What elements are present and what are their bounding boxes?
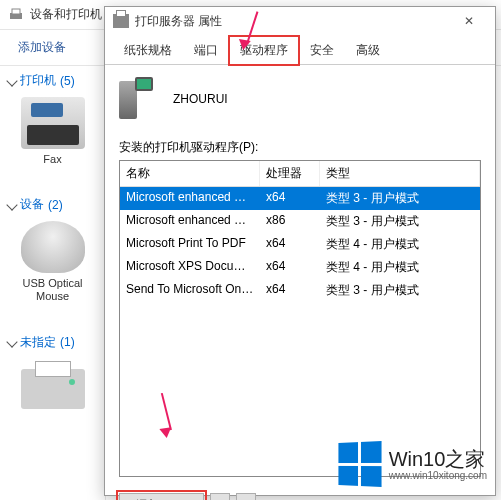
tab-drivers[interactable]: 驱动程序 [229, 36, 299, 65]
explorer-title: 设备和打印机 [30, 6, 102, 23]
printer-icon [8, 7, 24, 23]
dialog-tabs: 纸张规格 端口 驱动程序 安全 高级 [105, 35, 495, 65]
group-devices-header[interactable]: 设备 (2) [8, 196, 97, 213]
group-printers-label: 打印机 [20, 72, 56, 89]
group-printers-count: (5) [60, 74, 75, 88]
device-label: USB Optical Mouse [12, 277, 93, 303]
tab-paper[interactable]: 纸张规格 [113, 36, 183, 65]
group-devices-label: 设备 [20, 196, 44, 213]
group-unspecified-label: 未指定 [20, 334, 56, 351]
group-unspecified-count: (1) [60, 335, 75, 349]
printer-icon [113, 14, 129, 28]
chevron-down-icon [6, 336, 17, 347]
col-type[interactable]: 类型 [320, 161, 480, 186]
fax-icon [21, 97, 85, 149]
close-button[interactable]: ✕ [451, 9, 487, 33]
device-item-fax[interactable]: Fax [12, 97, 93, 166]
driver-table-row[interactable]: Microsoft enhanced Poi...x86类型 3 - 用户模式 [120, 210, 480, 233]
server-icon [119, 77, 153, 121]
add-device-button[interactable]: 添加设备 [10, 35, 74, 60]
mouse-icon [21, 221, 85, 273]
driver-table-header: 名称 处理器 类型 [120, 161, 480, 187]
group-printers-header[interactable]: 打印机 (5) [8, 72, 97, 89]
chevron-down-icon [6, 199, 17, 210]
watermark-url: www.win10xitong.com [389, 470, 487, 481]
driver-table: 名称 处理器 类型 Microsoft enhanced Poi...x64类型… [119, 160, 481, 477]
col-name[interactable]: 名称 [120, 161, 260, 186]
server-name: ZHOURUI [173, 92, 228, 106]
tab-security[interactable]: 安全 [299, 36, 345, 65]
dialog-footer: 添加(D)... [105, 485, 495, 500]
windows-logo-icon [338, 441, 381, 487]
add-driver-button[interactable]: 添加(D)... [119, 493, 204, 500]
watermark: Win10之家 www.win10xitong.com [337, 442, 487, 486]
print-server-properties-dialog: 打印服务器 属性 ✕ 纸张规格 端口 驱动程序 安全 高级 ZHOURUI 安装… [104, 6, 496, 496]
driver-list-label: 安装的打印机驱动程序(P): [119, 139, 481, 156]
svg-rect-1 [12, 9, 20, 14]
driver-table-row[interactable]: Microsoft XPS Docume...x64类型 4 - 用户模式 [120, 256, 480, 279]
col-processor[interactable]: 处理器 [260, 161, 320, 186]
watermark-brand: Win10之家 [389, 448, 487, 470]
tab-ports[interactable]: 端口 [183, 36, 229, 65]
dialog-title-bar: 打印服务器 属性 ✕ [105, 7, 495, 35]
driver-table-row[interactable]: Send To Microsoft One...x64类型 3 - 用户模式 [120, 279, 480, 302]
explorer-sidebar: 打印机 (5) Fax 设备 (2) [0, 66, 106, 500]
device-item-mouse[interactable]: USB Optical Mouse [12, 221, 93, 303]
disabled-button [236, 493, 256, 500]
printer-icon [21, 369, 85, 409]
disabled-button [210, 493, 230, 500]
chevron-down-icon [6, 75, 17, 86]
tab-advanced[interactable]: 高级 [345, 36, 391, 65]
driver-table-row[interactable]: Microsoft Print To PDFx64类型 4 - 用户模式 [120, 233, 480, 256]
group-unspecified-header[interactable]: 未指定 (1) [8, 334, 97, 351]
device-item-printer[interactable] [12, 369, 93, 409]
group-devices-count: (2) [48, 198, 63, 212]
device-label: Fax [12, 153, 93, 166]
driver-table-row[interactable]: Microsoft enhanced Poi...x64类型 3 - 用户模式 [120, 187, 480, 210]
dialog-title: 打印服务器 属性 [135, 13, 222, 30]
dialog-body: ZHOURUI 安装的打印机驱动程序(P): 名称 处理器 类型 Microso… [105, 65, 495, 485]
